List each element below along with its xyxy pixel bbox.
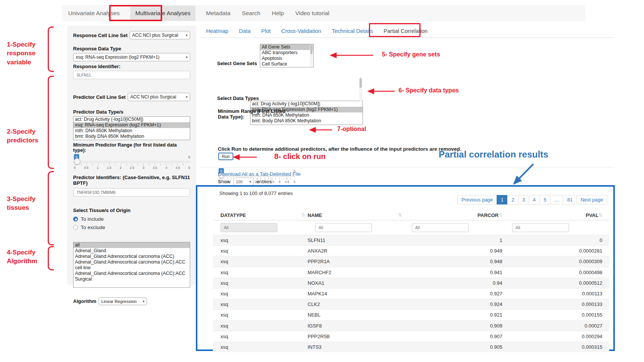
tab[interactable]: Cross-Validation [276,25,326,37]
cell-datatype: xsq [213,237,308,243]
filter-pval-input[interactable] [512,223,569,232]
table-row: xsq IGSF8 0.909 0.00027 [213,320,609,331]
listbox-option[interactable]: All Gene Sets [260,44,313,50]
cell-name: ANXA2R [308,248,404,254]
predictor-cell-line-set-label: Predictor Cell Line Set [73,94,126,100]
tab[interactable]: Heatmap [201,25,234,37]
slider-track[interactable] [73,161,190,163]
radio-to-include-label: To include [81,216,104,222]
run-button[interactable]: Run [218,153,233,160]
slider-tick-label: 5 [294,180,295,184]
response-cell-line-set-select[interactable]: ACC NCI plus Surgical ▾ [130,31,190,39]
column-header-name[interactable]: NAME [308,212,322,218]
gene-sets-scrollbar[interactable] [310,44,313,67]
slider-tick-label: 3.5 [153,166,157,170]
response-data-type-select[interactable]: xsq: RNA-seq Expression (log2 FPKM+1) ▾ [73,53,190,61]
divider [201,167,614,167]
table-row: xsq PPP2R5B 0.907 0.000294 [213,331,609,342]
annotation-step2: 2-Specify predictors [7,127,38,145]
top-nav: Univariate AnalysesMultivariate Analyses… [62,5,585,21]
cell-name: PPP2R1A [308,259,404,264]
predictor-identifiers-input[interactable]: TNFRSF10D TMBIM6 [73,188,190,197]
sort-icon[interactable]: ⇅ [398,212,402,218]
cell-parcor: 0.924 [404,301,505,307]
nav-item[interactable]: Multivariate Analyses [130,6,195,21]
filter-name-input[interactable] [315,223,372,232]
sort-icon[interactable]: ⇅ [599,212,602,218]
page-button[interactable]: 2 [507,195,518,204]
nav-item[interactable]: Video tutorial [294,6,330,20]
algorithm-select[interactable]: Linear Regression ▾ [98,297,147,305]
column-header-parcor[interactable]: PARCOR [478,212,499,218]
annotation-bracket-2 [48,76,54,169]
listbox-option[interactable]: mth: DNA 850K Methylation [73,128,190,134]
tab[interactable]: Plot [256,25,276,37]
tab[interactable]: Partial Correlation [378,25,433,37]
cell-parcor: 0.909 [404,323,505,329]
page-button[interactable]: Next page [577,195,607,204]
min-predictor-range-label: Minimum Predictor Range (for first liste… [73,142,190,153]
listbox-option[interactable]: act: Drug Activity (-log10[IC50M]) [73,117,190,122]
radio-to-exclude[interactable] [73,225,78,230]
cell-name: NEBL [308,312,404,318]
listbox-option[interactable]: Adrenal_Gland:Adrenocortical carcinoma (… [73,254,190,259]
page-length-select[interactable]: 100 ▾ [233,178,254,186]
slider-tick-label: 0.5 [84,166,89,170]
download-link[interactable]: Download All as a Tab-Delimited File [218,171,301,177]
listbox-option[interactable]: bmt: Body DNA 850K Methylation [73,134,190,139]
column-header-pval[interactable]: PVAL [586,212,599,218]
listbox-option[interactable]: Apoptosis [260,56,313,61]
filter-datatype-input[interactable] [220,223,277,232]
slider-tick-label: 4.5 [285,180,289,184]
entries-label: entries [256,179,272,184]
listbox-option[interactable]: Cell Surface [260,61,313,67]
response-identifier-input[interactable]: SLFN11 [73,71,190,79]
page-button[interactable]: 5 [539,195,550,204]
results-table: DATATYPE ⇅ NAME ⇅ PARCOR ⇅ PVAL ⇅ [213,210,609,352]
annotation-step8: 8- click on run [274,152,326,161]
slider-tick-label: 5 [188,166,190,170]
page-button[interactable]: 3 [518,195,529,204]
cell-pval: 0.0000309 [505,259,609,264]
page-button[interactable]: 1 [497,195,508,204]
listbox-option[interactable]: all [73,242,190,248]
page-button[interactable]: 4 [529,195,540,204]
listbox-option[interactable]: act: Drug Activity (-log10[IC50M]) [250,101,363,107]
slider-max-label: 5 [188,155,190,159]
nav-item[interactable]: Help [271,6,284,20]
predictor-cell-line-set-select[interactable]: ACC NCI plus Surgical ▾ [128,93,190,101]
data-types-scrollbar[interactable] [359,78,362,101]
nav-item[interactable]: Metadata [205,6,231,20]
radio-to-include[interactable] [73,217,78,222]
tab[interactable]: Technical Details [327,25,378,37]
sort-icon[interactable]: ⇅ [499,212,502,218]
chevron-down-icon: ▾ [186,95,188,99]
nav-item[interactable]: Univariate Analyses [67,6,120,20]
column-header-datatype[interactable]: DATATYPE [220,212,246,218]
annotation-step5: 5- Specify gene sets [382,51,440,58]
cell-pval: 0.0000512 [505,280,609,286]
nav-item[interactable]: Search [241,6,261,20]
annotation-bracket-3 [48,171,54,245]
response-identifier-label: Response Identifier: [73,64,190,69]
cell-parcor: 0.921 [404,312,505,318]
cell-pval: 0.0000498 [505,270,609,275]
slider-handle[interactable] [74,158,80,165]
page-button[interactable]: … [550,195,563,204]
filter-parcor-input[interactable] [412,223,469,232]
algorithm-label: Algorithm [73,298,96,304]
page-button[interactable]: Previous page [457,195,497,204]
annotation-bracket-4 [48,246,54,270]
listbox-option[interactable]: Adrenal_Gland:Adrenocortical carcinoma (… [73,271,190,282]
cell-pval: 0.0000281 [505,248,609,254]
listbox-option[interactable]: xsq: RNA-seq Expression (log2 FPKM+1) [73,122,190,128]
listbox-option[interactable]: Adrenal_Gland:Adrenocortical carcinoma (… [73,259,190,271]
listbox-option[interactable]: Adrenal_Gland [73,248,190,254]
listbox-option[interactable]: ABC transporters [260,50,313,56]
gene-sets-listbox: All Gene SetsABC transportersApoptosisCe… [260,44,314,67]
tab[interactable]: Data [234,25,256,37]
table-filter-row [213,220,609,235]
cell-parcor: 0.94 [404,280,505,286]
page-button[interactable]: 81 [563,195,577,204]
sort-icon[interactable]: ⇅ [302,212,305,218]
